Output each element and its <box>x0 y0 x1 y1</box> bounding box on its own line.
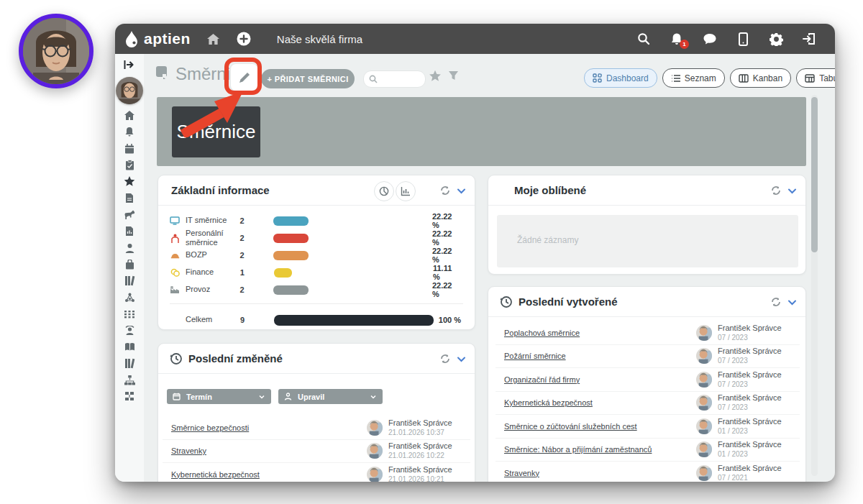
search-input[interactable] <box>379 74 424 84</box>
company-name: Naše skvělá firma <box>277 33 362 45</box>
aptien-drop-icon <box>124 30 140 47</box>
pie-chart-toggle-button[interactable] <box>374 181 394 201</box>
avatar <box>696 395 712 411</box>
view-kanban-button[interactable]: Kanban <box>730 68 791 88</box>
sidebar-library-icon[interactable] <box>124 275 136 287</box>
view-table-button[interactable]: Tabulka <box>796 68 835 88</box>
card-title: Základní informace <box>171 184 270 196</box>
list-item: Směrnice o zúčtování služebních cest Fra… <box>496 414 800 438</box>
record-link[interactable]: Stravenky <box>171 446 206 455</box>
chevron-down-icon[interactable] <box>457 186 466 196</box>
notification-badge: 1 <box>680 40 689 49</box>
chart-total-row: Celkem 9 100 % <box>158 310 475 330</box>
bar <box>273 234 432 243</box>
logout-icon[interactable] <box>802 32 816 46</box>
filter-funnel-icon[interactable] <box>448 70 459 81</box>
sidebar-reports-icon[interactable] <box>124 225 136 237</box>
factory-icon <box>170 285 180 295</box>
chart-row: Finance 1 11.11 % <box>158 264 475 281</box>
sidebar-directory-icon[interactable] <box>124 308 136 320</box>
table-icon <box>805 74 815 83</box>
user-icon <box>284 393 293 401</box>
empty-state-text: Žádné záznamy <box>517 235 578 245</box>
card-favorites: Moje oblíbené Žádné záznamy <box>488 175 806 275</box>
view-dashboard-button[interactable]: Dashboard <box>584 68 657 88</box>
record-link[interactable]: Směrnice o zúčtování služebních cest <box>504 422 637 431</box>
record-link[interactable]: Směrnice bezpečnosti <box>171 423 249 432</box>
sidebar-user-avatar[interactable] <box>116 77 143 104</box>
sidebar-tasks-icon[interactable] <box>124 159 136 171</box>
coins-icon <box>170 267 180 278</box>
search-icon[interactable] <box>636 32 651 46</box>
page-copy-icon <box>154 65 170 81</box>
sidebar-hierarchy-icon[interactable] <box>124 374 136 386</box>
record-link[interactable]: Kybernetická bezpečnost <box>504 398 593 407</box>
sidebar-home-icon[interactable] <box>124 109 136 122</box>
mobile-icon[interactable] <box>736 32 750 46</box>
notifications-bell-icon[interactable]: 1 <box>670 32 684 46</box>
history-clock-icon <box>499 295 513 308</box>
sidebar-org-structure-icon[interactable] <box>124 390 136 403</box>
brand-logo[interactable]: aptien <box>124 30 191 47</box>
sidebar <box>115 54 144 482</box>
sidebar-documents-icon[interactable] <box>124 192 136 204</box>
view-list-button[interactable]: Seznam <box>662 68 725 88</box>
add-directive-button[interactable]: + PŘIDAT SMĚRNICI <box>261 69 355 88</box>
bar-chart-toggle-button[interactable] <box>396 181 416 201</box>
record-link[interactable]: Stravenky <box>504 469 539 477</box>
topbar: aptien Naše skvělá firma 1 <box>115 24 835 54</box>
calendar-icon <box>173 393 181 401</box>
record-link[interactable]: Požární směrnice <box>504 352 566 360</box>
avatar <box>367 420 383 436</box>
settings-gear-icon[interactable] <box>769 32 783 46</box>
collapse-sidebar-icon[interactable] <box>124 58 136 70</box>
record-link[interactable]: Poplachová směrnice <box>504 329 580 337</box>
sidebar-bell-icon[interactable] <box>124 126 136 138</box>
refresh-icon[interactable] <box>771 297 781 307</box>
favorite-star-icon[interactable] <box>429 70 442 82</box>
brand-text: aptien <box>144 30 191 47</box>
card-last-created: Poslední vytvořené Poplachová směrnice F… <box>488 286 806 482</box>
sidebar-archive-icon[interactable] <box>124 357 136 370</box>
scrollbar-thumb[interactable] <box>811 97 818 252</box>
record-link[interactable]: Kybernetická bezpečnost <box>171 470 260 479</box>
avatar <box>696 348 712 364</box>
history-clock-icon <box>169 352 183 365</box>
list-item: Směrnice bezpečnosti František Správce21… <box>163 416 470 439</box>
sidebar-contacts-icon[interactable] <box>124 242 136 254</box>
filter-termin-dropdown[interactable]: Termín <box>167 389 271 404</box>
filter-upravil-dropdown[interactable]: Upravil <box>278 389 383 404</box>
sidebar-calendar-icon[interactable] <box>124 142 136 155</box>
chat-icon[interactable] <box>703 32 717 46</box>
record-link[interactable]: Směrnice: Nábor a přijímání zaměstnanců <box>504 445 652 454</box>
sidebar-favorites-star-icon[interactable] <box>124 175 136 188</box>
chart-row: IT směrnice 2 22.22 % <box>158 212 475 229</box>
chevron-down-icon[interactable] <box>787 186 797 196</box>
bar <box>273 251 432 260</box>
refresh-icon[interactable] <box>440 185 450 196</box>
list-icon <box>671 74 680 83</box>
presenter-avatar <box>19 14 93 88</box>
record-link[interactable]: Organizační řád firmy <box>504 375 580 384</box>
monitor-icon <box>170 216 180 226</box>
chevron-down-icon <box>370 393 377 400</box>
search-field[interactable] <box>363 70 426 88</box>
sidebar-knowledge-book-icon[interactable] <box>124 341 136 353</box>
sidebar-assets-icon[interactable] <box>124 258 136 270</box>
refresh-icon[interactable] <box>440 354 450 364</box>
refresh-icon[interactable] <box>771 185 781 196</box>
sidebar-pets-icon[interactable] <box>124 209 136 221</box>
card-title: Poslední změněné <box>188 352 283 365</box>
sidebar-meetings-icon[interactable] <box>124 324 136 336</box>
view-switcher: Dashboard Seznam Kanban Tabulka <box>584 68 835 88</box>
chevron-down-icon[interactable] <box>457 354 466 364</box>
search-magnifier-icon <box>369 75 378 83</box>
home-icon[interactable] <box>206 32 221 46</box>
chart-row: Provoz 2 22.22 % <box>158 281 475 298</box>
add-circle-icon[interactable] <box>237 32 251 46</box>
sidebar-network-icon[interactable] <box>124 291 136 303</box>
list-item: Kybernetická bezpečnost František Správc… <box>496 391 800 415</box>
banner: Směrnice <box>157 97 806 166</box>
chevron-down-icon[interactable] <box>787 298 797 307</box>
card-basic-info: Základní informace <box>157 175 475 330</box>
